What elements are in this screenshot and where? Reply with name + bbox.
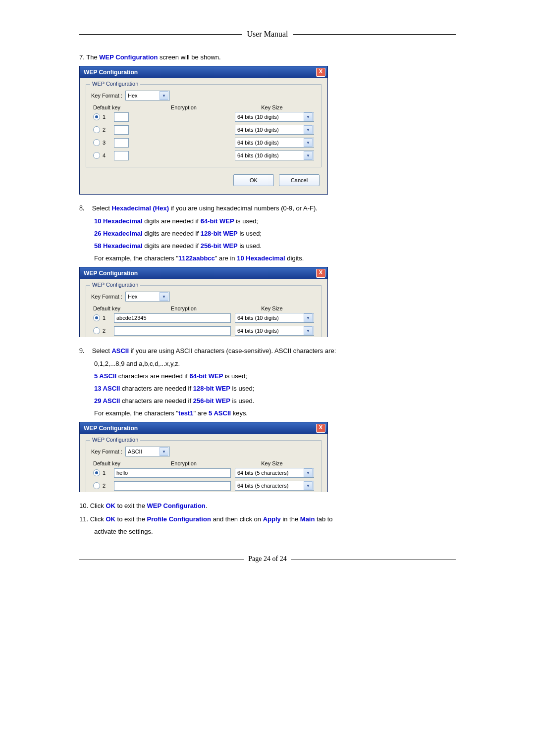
dialog-title: WEP Configuration bbox=[84, 69, 138, 76]
group-title: WEP Configuration bbox=[90, 81, 140, 87]
key-row-2: 2 64 bits (10 digits)▼ bbox=[91, 123, 316, 136]
chevron-down-icon: ▼ bbox=[160, 447, 168, 456]
key-size-select-2[interactable]: 64 bits (10 digits)▼ bbox=[235, 125, 314, 135]
col-encryption: Encryption bbox=[138, 104, 230, 110]
close-icon[interactable]: X bbox=[316, 424, 325, 433]
close-icon[interactable]: X bbox=[316, 269, 325, 278]
step-10: 10. Click OK to exit the WEP Configurati… bbox=[79, 502, 456, 509]
key-format-select[interactable]: ASCII▼ bbox=[125, 447, 170, 456]
close-icon[interactable]: X bbox=[316, 68, 325, 77]
footer-rule: Page 24 of 24 bbox=[79, 555, 456, 563]
dialog-title: WEP Configuration bbox=[84, 425, 138, 432]
key-row-1: 1 64 bits (10 digits)▼ bbox=[91, 110, 316, 123]
dialog-titlebar: WEP Configuration X bbox=[80, 422, 327, 434]
key-row-4: 4 64 bits (10 digits)▼ bbox=[91, 149, 316, 162]
encryption-input-1[interactable]: hello bbox=[114, 468, 231, 478]
encryption-input-2[interactable] bbox=[114, 125, 129, 135]
key-format-select[interactable]: Hex▼ bbox=[125, 292, 170, 302]
encryption-input-1[interactable]: abcde12345 bbox=[114, 313, 231, 323]
radio-key-2[interactable] bbox=[93, 126, 100, 133]
key-size-select-2[interactable]: 64 bits (5 characters)▼ bbox=[235, 481, 314, 491]
radio-key-1[interactable] bbox=[93, 314, 100, 321]
key-size-select-3[interactable]: 64 bits (10 digits)▼ bbox=[235, 138, 314, 148]
key-row-1: 1 abcde12345 64 bits (10 digits)▼ bbox=[91, 311, 316, 324]
footer-page: Page 24 of 24 bbox=[244, 555, 290, 563]
col-key-size: Key Size bbox=[230, 104, 314, 110]
chevron-down-icon: ▼ bbox=[304, 125, 313, 134]
key-row-2: 2 64 bits (5 characters)▼ bbox=[91, 479, 316, 492]
header-rule: User Manual bbox=[79, 30, 456, 39]
encryption-input-3[interactable] bbox=[114, 138, 129, 148]
radio-key-3[interactable] bbox=[93, 139, 100, 146]
step-7: 7. The WEP Configuration screen will be … bbox=[79, 53, 456, 61]
wep-dialog-hex: WEP Configuration X WEP Configuration Ke… bbox=[79, 267, 328, 337]
wep-groupbox: WEP Configuration Key Format : Hex▼ Defa… bbox=[86, 285, 321, 337]
chevron-down-icon: ▼ bbox=[304, 481, 313, 490]
radio-key-1[interactable] bbox=[93, 113, 100, 120]
step-9: 9. Select ASCII if you are using ASCII c… bbox=[79, 347, 456, 355]
cancel-button[interactable]: Cancel bbox=[279, 174, 320, 186]
encryption-input-4[interactable] bbox=[114, 151, 129, 160]
key-row-2: 2 64 bits (10 digits)▼ bbox=[91, 324, 316, 337]
step-8: 8. Select Hexadecimal (Hex) if you are u… bbox=[79, 204, 456, 212]
chevron-down-icon: ▼ bbox=[304, 313, 313, 322]
key-size-select-1[interactable]: 64 bits (5 characters)▼ bbox=[235, 468, 314, 478]
col-default-key: Default key bbox=[93, 104, 138, 110]
key-format-select[interactable]: Hex▼ bbox=[125, 91, 170, 101]
chevron-down-icon: ▼ bbox=[304, 326, 313, 335]
key-row-1: 1 hello 64 bits (5 characters)▼ bbox=[91, 466, 316, 479]
key-format-label: Key Format : bbox=[91, 93, 122, 99]
header-title: User Manual bbox=[242, 30, 293, 39]
radio-key-4[interactable] bbox=[93, 152, 100, 159]
wep-groupbox: WEP Configuration Key Format : ASCII▼ De… bbox=[86, 440, 321, 492]
chevron-down-icon: ▼ bbox=[304, 112, 313, 121]
radio-key-2[interactable] bbox=[93, 327, 100, 334]
radio-key-1[interactable] bbox=[93, 469, 100, 476]
key-size-select-1[interactable]: 64 bits (10 digits)▼ bbox=[235, 313, 314, 323]
wep-dialog-ascii: WEP Configuration X WEP Configuration Ke… bbox=[79, 422, 328, 492]
radio-key-2[interactable] bbox=[93, 482, 100, 489]
chevron-down-icon: ▼ bbox=[304, 468, 313, 477]
wep-groupbox: WEP Configuration Key Format : Hex▼ Defa… bbox=[86, 84, 321, 167]
ok-button[interactable]: OK bbox=[233, 174, 274, 186]
wep-dialog-full: WEP Configuration X WEP Configuration Ke… bbox=[79, 66, 328, 195]
chevron-down-icon: ▼ bbox=[160, 292, 168, 301]
chevron-down-icon: ▼ bbox=[304, 151, 313, 160]
key-size-select-2[interactable]: 64 bits (10 digits)▼ bbox=[235, 326, 314, 336]
encryption-input-2[interactable] bbox=[114, 481, 231, 491]
key-row-3: 3 64 bits (10 digits)▼ bbox=[91, 136, 316, 149]
key-size-select-1[interactable]: 64 bits (10 digits)▼ bbox=[235, 112, 314, 122]
chevron-down-icon: ▼ bbox=[304, 138, 313, 147]
encryption-input-2[interactable] bbox=[114, 326, 231, 336]
chevron-down-icon: ▼ bbox=[160, 91, 168, 100]
key-size-select-4[interactable]: 64 bits (10 digits)▼ bbox=[235, 151, 314, 160]
encryption-input-1[interactable] bbox=[114, 112, 129, 122]
dialog-title: WEP Configuration bbox=[84, 270, 138, 277]
dialog-titlebar: WEP Configuration X bbox=[80, 66, 327, 78]
step-11: 11. Click OK to exit the Profile Configu… bbox=[79, 515, 456, 523]
dialog-titlebar: WEP Configuration X bbox=[80, 267, 327, 279]
